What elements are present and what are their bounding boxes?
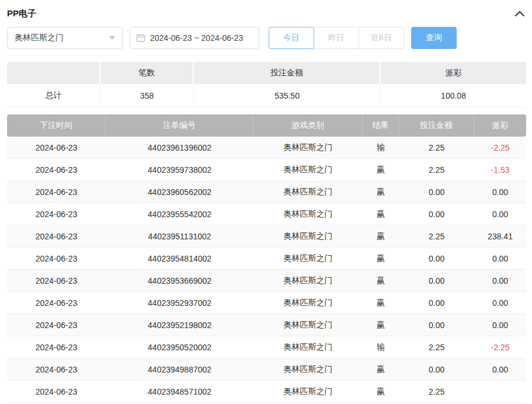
cell-game-category: 奥林匹斯之门 [253,159,363,181]
cell-game-category: 奥林匹斯之门 [253,225,363,248]
cell-bet-amount: 0.00 [399,248,474,270]
summary-header-bet-amount: 投注金额 [194,62,381,84]
cell-payout: 0.00 [474,314,526,336]
cell-result: 赢 [363,159,399,181]
summary-table: 笔数 投注金额 派彩 总计 358 535.50 100.08 [7,62,526,107]
bet-header-bet-amount: 投注金额 [399,114,474,137]
cell-payout: 0.00 [474,181,526,203]
cell-result: 赢 [363,225,399,248]
cell-game-category: 奥林匹斯之门 [253,248,363,270]
summary-header-payout: 派彩 [381,62,526,84]
bet-header-result: 结果 [363,114,399,137]
cell-order-number: 44023955542002 [106,203,253,225]
cell-payout: 0.00 [474,358,526,381]
cell-result: 赢 [363,381,399,403]
summary-bet-amount-value: 535.50 [194,84,381,107]
cell-bet-time: 2024-06-23 [7,381,106,403]
date-range-value: 2024-06-23 ~ 2024-06-23 [150,33,243,43]
cell-order-number: 44023952937002 [106,292,253,314]
bet-table-body: 2024-06-23 44023961396002 奥林匹斯之门 输 2.25 … [7,137,526,403]
cell-game-category: 奥林匹斯之门 [253,203,363,225]
cell-payout: -2.25 [474,137,526,159]
cell-order-number: 44023952198002 [106,314,253,336]
cell-game-category: 奥林匹斯之门 [253,270,363,292]
cell-bet-amount: 2.25 [399,336,474,358]
table-row: 2024-06-23 44023948571002 奥林匹斯之门 赢 2.25 [7,381,526,403]
cell-bet-amount: 0.00 [399,358,474,381]
bet-header-bet-time: 下注时间 [7,114,106,137]
pp-electronic-panel: PP电子 奥林匹斯之门 2024-06-23 ~ 2024-06-23 今日 昨… [0,0,532,403]
quick-filter-group: 今日 昨日 近8日 [269,27,404,49]
summary-total-row: 总计 358 535.50 100.08 [7,84,526,107]
cell-bet-amount: 2.25 [399,159,474,181]
cell-order-number: 44023953669002 [106,270,253,292]
quick-button-yesterday[interactable]: 昨日 [314,27,359,49]
chevron-up-icon [514,10,525,17]
cell-payout: 0.00 [474,248,526,270]
table-row: 2024-06-23 44023959738002 奥林匹斯之门 赢 2.25 … [7,159,526,181]
cell-result: 赢 [363,203,399,225]
cell-payout: -2.25 [474,336,526,358]
summary-total-label: 总计 [7,84,100,107]
cell-order-number: 44023954814002 [106,248,253,270]
cell-result: 输 [363,336,399,358]
cell-order-number: 44023948571002 [106,381,253,403]
cell-bet-amount: 0.00 [399,314,474,336]
summary-payout-value: 100.08 [381,84,526,107]
cell-order-number: 44023960562002 [106,181,253,203]
cell-game-category: 奥林匹斯之门 [253,336,363,358]
panel-header: PP电子 [7,0,526,18]
cell-order-number: 44023961396002 [106,137,253,159]
table-row: 2024-06-23 44023954814002 奥林匹斯之门 赢 0.00 … [7,248,526,270]
cell-bet-amount: 0.00 [399,181,474,203]
cell-bet-time: 2024-06-23 [7,358,106,381]
calendar-icon [136,33,145,43]
cell-result: 赢 [363,248,399,270]
cell-payout: 238.41 [474,225,526,248]
cell-payout: 0.00 [474,270,526,292]
cell-result: 赢 [363,181,399,203]
quick-button-last-8-days[interactable]: 近8日 [359,27,404,49]
cell-bet-amount: 0.00 [399,270,474,292]
bet-header-order-number: 注单编号 [106,114,253,137]
game-select-value: 奥林匹斯之门 [15,33,64,43]
table-row: 2024-06-23 44023961396002 奥林匹斯之门 输 2.25 … [7,137,526,159]
cell-bet-time: 2024-06-23 [7,181,106,203]
game-select[interactable]: 奥林匹斯之门 [7,27,123,49]
cell-bet-time: 2024-06-23 [7,137,106,159]
cell-bet-time: 2024-06-23 [7,292,106,314]
cell-result: 赢 [363,314,399,336]
cell-game-category: 奥林匹斯之门 [253,292,363,314]
cell-payout [474,381,526,403]
cell-bet-time: 2024-06-23 [7,248,106,270]
cell-payout: -1.53 [474,159,526,181]
table-row: 2024-06-23 44023960562002 奥林匹斯之门 赢 0.00 … [7,181,526,203]
cell-bet-time: 2024-06-23 [7,203,106,225]
caret-down-icon [109,36,115,40]
cell-bet-time: 2024-06-23 [7,270,106,292]
cell-bet-amount: 2.25 [399,137,474,159]
table-row: 2024-06-23 44023949887002 奥林匹斯之门 赢 0.00 … [7,358,526,381]
cell-bet-amount: 2.25 [399,381,474,403]
cell-game-category: 奥林匹斯之门 [253,181,363,203]
bet-table: 下注时间 注单编号 游戏类别 结果 投注金额 派彩 2024-06-23 440… [7,114,526,403]
cell-bet-time: 2024-06-23 [7,159,106,181]
bet-header-payout: 派彩 [474,114,526,137]
collapse-button[interactable] [513,9,526,18]
cell-game-category: 奥林匹斯之门 [253,314,363,336]
filter-controls: 奥林匹斯之门 2024-06-23 ~ 2024-06-23 今日 昨日 近8日… [7,27,526,49]
table-row: 2024-06-23 44023951131002 奥林匹斯之门 赢 2.25 … [7,225,526,248]
cell-bet-time: 2024-06-23 [7,336,106,358]
search-button[interactable]: 查询 [411,27,457,49]
table-row: 2024-06-23 44023953669002 奥林匹斯之门 赢 0.00 … [7,270,526,292]
date-range-input[interactable]: 2024-06-23 ~ 2024-06-23 [130,27,259,49]
cell-payout: 0.00 [474,292,526,314]
table-row: 2024-06-23 44023952198002 奥林匹斯之门 赢 0.00 … [7,314,526,336]
cell-game-category: 奥林匹斯之门 [253,137,363,159]
table-row: 2024-06-23 44023955542002 奥林匹斯之门 赢 0.00 … [7,203,526,225]
quick-button-today[interactable]: 今日 [269,27,314,49]
cell-order-number: 44023950520002 [106,336,253,358]
cell-result: 赢 [363,358,399,381]
cell-order-number: 44023949887002 [106,358,253,381]
bet-header-game-category: 游戏类别 [253,114,363,137]
